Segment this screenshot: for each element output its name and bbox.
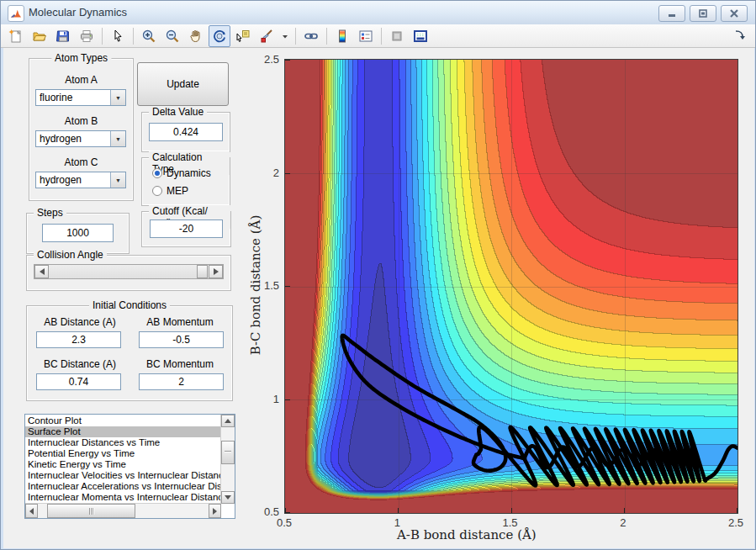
mep-radio[interactable]: MEP <box>152 185 188 197</box>
initial-conditions-title: Initial Conditions <box>89 299 170 311</box>
scroll-up-icon[interactable] <box>221 415 235 427</box>
radio-icon[interactable] <box>152 168 162 178</box>
chevron-down-icon[interactable]: ▼ <box>110 131 125 146</box>
scroll-thumb[interactable] <box>221 441 235 464</box>
scroll-right-icon[interactable] <box>209 504 221 518</box>
scroll-thumb[interactable] <box>47 504 135 518</box>
brush-dropdown-icon <box>281 29 289 44</box>
pan-hand-button[interactable] <box>185 25 207 47</box>
bc-distance-field[interactable]: 0.74 <box>36 373 121 390</box>
atom-a-select[interactable]: fluorine ▼ <box>35 89 126 106</box>
print-figure-button[interactable] <box>76 25 98 47</box>
dock-figure-icon[interactable] <box>733 28 748 43</box>
calculation-type-panel: Calculation Type Dynamics MEP <box>141 157 230 206</box>
steps-field[interactable]: 1000 <box>42 224 114 242</box>
delta-value-panel: Delta Value 0.424 <box>141 112 230 152</box>
collision-angle-panel: Collision Angle <box>26 255 231 291</box>
show-plot-tools-button[interactable] <box>410 25 431 47</box>
insert-legend-icon <box>358 29 373 44</box>
pes-plot-area[interactable] <box>284 59 738 514</box>
atom-a-label: Atom A <box>29 74 133 86</box>
steps-title: Steps <box>34 207 66 219</box>
mep-radio-label: MEP <box>167 185 188 197</box>
steps-panel: Steps 1000 <box>26 213 130 254</box>
maximize-button[interactable] <box>690 5 716 22</box>
new-figure-icon <box>8 29 24 44</box>
window-title: Molecular Dynamics <box>29 6 127 19</box>
radio-icon[interactable] <box>152 186 162 196</box>
open-file-button[interactable] <box>29 25 50 47</box>
link-plot-button[interactable] <box>300 25 322 47</box>
slider-right-arrow-icon[interactable] <box>209 265 223 278</box>
plot-type-listbox[interactable]: Contour PlotSurface PlotInternuclear Dis… <box>24 414 235 519</box>
new-figure-button[interactable] <box>5 25 27 47</box>
collision-angle-slider[interactable] <box>34 264 224 279</box>
delta-value-field[interactable]: 0.424 <box>149 123 223 141</box>
rotate-3d-button[interactable] <box>209 25 230 47</box>
zoom-in-icon <box>141 29 156 44</box>
list-item[interactable]: Internuclear Velocities vs Internuclear … <box>25 470 221 481</box>
minimize-button[interactable] <box>658 5 685 22</box>
toolbar-separator <box>381 28 382 45</box>
ab-momentum-label: AB Momentum <box>135 316 225 328</box>
y-tick-label: 2.5 <box>246 53 279 66</box>
list-item[interactable]: Kinetic Energy vs Time <box>25 459 221 470</box>
list-item[interactable]: Surface Plot <box>25 426 221 437</box>
scroll-left-icon[interactable] <box>25 504 38 518</box>
pointer-button[interactable] <box>107 25 129 47</box>
dynamics-radio-label: Dynamics <box>167 167 211 179</box>
y-tick-label: 1 <box>246 393 279 405</box>
hide-plot-tools-button[interactable] <box>386 25 408 47</box>
zoom-in-button[interactable] <box>138 25 160 47</box>
save-figure-button[interactable] <box>52 25 74 47</box>
insert-legend-button[interactable] <box>355 25 377 47</box>
list-item[interactable]: Potential Energy vs Time <box>25 448 221 459</box>
dynamics-radio[interactable]: Dynamics <box>152 167 211 179</box>
figure-toolbar <box>1 24 755 48</box>
chevron-down-icon[interactable]: ▼ <box>110 172 125 188</box>
atom-c-value: hydrogen <box>40 174 82 186</box>
zoom-out-button[interactable] <box>161 25 183 47</box>
cutoff-panel: Cutoff (Kcal/ mol) -20 <box>141 211 231 247</box>
ab-momentum-field[interactable]: -0.5 <box>139 331 224 348</box>
list-item[interactable]: Contour Plot <box>25 415 221 426</box>
update-button[interactable]: Update <box>137 62 229 106</box>
list-item[interactable]: Internuclear Distances vs Time <box>25 437 221 448</box>
delta-value-title: Delta Value <box>149 106 207 118</box>
pes-contour-plot[interactable] <box>285 60 737 513</box>
scroll-down-icon[interactable] <box>221 491 235 504</box>
atom-b-value: hydrogen <box>40 133 82 145</box>
show-plot-tools-icon <box>413 29 428 44</box>
brush-icon <box>259 29 274 44</box>
insert-colorbar-button[interactable] <box>331 25 353 47</box>
cutoff-field[interactable]: -20 <box>150 219 223 238</box>
y-axis-label: B-C bond distance (Å) <box>248 215 263 356</box>
atom-c-label: Atom C <box>29 156 133 168</box>
collision-angle-title: Collision Angle <box>34 249 107 261</box>
brush-dropdown-button[interactable] <box>279 25 291 47</box>
data-cursor-button[interactable] <box>232 25 254 47</box>
app-window: Molecular Dynamics Atom Types Atom A flu… <box>0 0 756 550</box>
pointer-icon <box>110 29 125 44</box>
chevron-down-icon[interactable]: ▼ <box>110 90 125 105</box>
rotate-3d-icon <box>212 29 227 44</box>
close-button[interactable] <box>721 5 748 22</box>
x-tick-label: 0.5 <box>266 516 303 529</box>
bc-distance-label: BC Distance (A) <box>34 358 126 370</box>
toolbar-separator <box>133 28 134 45</box>
list-item[interactable]: Internuclear Accelerations vs Internucle… <box>25 481 221 492</box>
listbox-horizontal-scrollbar[interactable] <box>25 503 221 518</box>
atom-b-select[interactable]: hydrogen ▼ <box>35 130 126 147</box>
list-item[interactable]: Internuclear Momenta vs Internuclear Dis… <box>25 492 221 503</box>
title-bar[interactable]: Molecular Dynamics <box>1 1 755 25</box>
matlab-logo-icon <box>8 5 24 22</box>
bc-momentum-field[interactable]: 2 <box>139 373 224 390</box>
window-controls <box>658 5 748 22</box>
ab-distance-field[interactable]: 2.3 <box>36 331 121 348</box>
x-tick-label: 2.5 <box>717 516 754 529</box>
slider-thumb[interactable] <box>197 265 208 278</box>
slider-left-arrow-icon[interactable] <box>34 265 49 278</box>
listbox-vertical-scrollbar[interactable] <box>220 415 235 504</box>
atom-c-select[interactable]: hydrogen ▼ <box>35 172 126 188</box>
brush-button[interactable] <box>256 25 278 47</box>
